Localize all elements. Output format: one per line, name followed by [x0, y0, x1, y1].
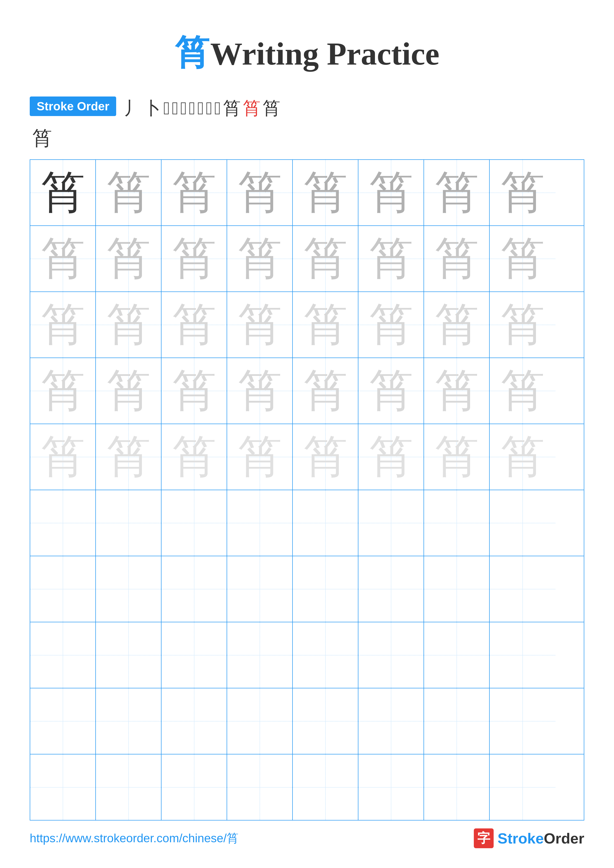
- practice-char: 筲: [303, 295, 348, 355]
- stroke-5: 𠄌: [180, 98, 187, 119]
- practice-char: 筲: [106, 295, 151, 355]
- practice-char: 筲: [238, 427, 282, 487]
- grid-cell-3-3: 筲: [162, 292, 227, 358]
- grid-cell-5-3: 筲: [162, 424, 227, 490]
- practice-char: 筲: [303, 427, 348, 487]
- grid-cell-1-3: 筲: [162, 160, 227, 225]
- grid-cell-8-3: [162, 622, 227, 688]
- grid-cell-7-1: [30, 556, 96, 622]
- title-section: 筲 Writing Practice: [30, 30, 584, 77]
- stroke-6: 𠄌: [189, 98, 195, 119]
- practice-char: 筲: [172, 361, 216, 421]
- practice-char: 筲: [40, 427, 85, 487]
- grid-cell-4-8: 筲: [490, 358, 555, 424]
- grid-cell-4-1: 筲: [30, 358, 96, 424]
- stroke-7: 𠄀: [197, 98, 204, 119]
- grid-cell-3-7: 筲: [424, 292, 490, 358]
- grid-cell-6-2: [96, 490, 162, 556]
- grid-cell-5-2: 筲: [96, 424, 162, 490]
- practice-char: 筲: [172, 229, 216, 289]
- practice-char: 筲: [40, 229, 85, 289]
- grid-cell-10-3: [162, 755, 227, 820]
- practice-char: 筲: [500, 163, 545, 223]
- grid-cell-1-2: 筲: [96, 160, 162, 225]
- stroke-10: 筲: [223, 96, 241, 120]
- grid-cell-4-5: 筲: [293, 358, 358, 424]
- practice-char: 筲: [106, 163, 151, 223]
- grid-cell-4-2: 筲: [96, 358, 162, 424]
- practice-grid: 筲 筲 筲 筲 筲 筲 筲 筲 筲 筲 筲 筲 筲 筲 筲 筲 筲 筲 筲 筲 …: [30, 160, 584, 820]
- grid-cell-3-4: 筲: [227, 292, 293, 358]
- practice-char: 筲: [303, 229, 348, 289]
- grid-cell-1-8: 筲: [490, 160, 555, 225]
- grid-cell-3-2: 筲: [96, 292, 162, 358]
- practice-char: 筲: [369, 295, 413, 355]
- grid-cell-7-6: [358, 556, 424, 622]
- grid-cell-8-4: [227, 622, 293, 688]
- footer-url: https://www.strokeorder.com/chinese/筲: [30, 831, 238, 846]
- grid-row-2: 筲 筲 筲 筲 筲 筲 筲 筲: [30, 226, 584, 292]
- grid-cell-7-7: [424, 556, 490, 622]
- grid-cell-7-3: [162, 556, 227, 622]
- practice-char: 筲: [238, 229, 282, 289]
- brand-icon: 字: [474, 828, 494, 848]
- footer: https://www.strokeorder.com/chinese/筲 字 …: [30, 828, 584, 848]
- practice-char: 筲: [303, 163, 348, 223]
- stroke-4: 𠃌: [172, 98, 178, 119]
- grid-cell-2-2: 筲: [96, 226, 162, 291]
- practice-char: 筲: [238, 361, 282, 421]
- practice-char: 筲: [106, 427, 151, 487]
- grid-cell-10-8: [490, 755, 555, 820]
- practice-char: 筲: [40, 361, 85, 421]
- grid-cell-2-1: 筲: [30, 226, 96, 291]
- stroke-sequence: 丿 卜 𠃋 𠃌 𠄌 𠄌 𠄀 𠄁 𠃑 筲 筲 筲: [124, 96, 280, 120]
- grid-cell-1-1: 筲: [30, 160, 96, 225]
- practice-char: 筲: [106, 229, 151, 289]
- title-english-text: Writing Practice: [210, 36, 439, 71]
- grid-cell-5-7: 筲: [424, 424, 490, 490]
- grid-cell-9-1: [30, 688, 96, 754]
- practice-char: 筲: [434, 427, 479, 487]
- grid-cell-1-7: 筲: [424, 160, 490, 225]
- grid-row-8: [30, 622, 584, 688]
- grid-cell-4-6: 筲: [358, 358, 424, 424]
- grid-cell-2-6: 筲: [358, 226, 424, 291]
- grid-row-4: 筲 筲 筲 筲 筲 筲 筲 筲: [30, 358, 584, 424]
- practice-char: 筲: [500, 427, 545, 487]
- page: 筲 Writing Practice Stroke Order 丿 卜 𠃋 𠃌 …: [0, 0, 614, 868]
- practice-char: 筲: [434, 163, 479, 223]
- practice-char: 筲: [40, 163, 85, 223]
- grid-row-5: 筲 筲 筲 筲 筲 筲 筲 筲: [30, 424, 584, 490]
- practice-char: 筲: [369, 229, 413, 289]
- brand-name: StrokeOrder: [497, 830, 584, 847]
- grid-cell-6-7: [424, 490, 490, 556]
- grid-cell-7-4: [227, 556, 293, 622]
- practice-char: 筲: [500, 361, 545, 421]
- practice-char: 筲: [500, 295, 545, 355]
- grid-cell-4-7: 筲: [424, 358, 490, 424]
- practice-char: 筲: [434, 361, 479, 421]
- grid-cell-5-8: 筲: [490, 424, 555, 490]
- grid-cell-2-3: 筲: [162, 226, 227, 291]
- grid-cell-8-7: [424, 622, 490, 688]
- grid-cell-5-5: 筲: [293, 424, 358, 490]
- grid-row-1: 筲 筲 筲 筲 筲 筲 筲 筲: [30, 160, 584, 226]
- practice-char: 筲: [106, 361, 151, 421]
- grid-cell-2-7: 筲: [424, 226, 490, 291]
- grid-cell-5-4: 筲: [227, 424, 293, 490]
- grid-cell-7-2: [96, 556, 162, 622]
- grid-cell-8-2: [96, 622, 162, 688]
- grid-cell-8-5: [293, 622, 358, 688]
- practice-char: 筲: [172, 295, 216, 355]
- grid-cell-10-6: [358, 755, 424, 820]
- grid-row-7: [30, 556, 584, 622]
- practice-char: 筲: [369, 361, 413, 421]
- practice-char: 筲: [172, 427, 216, 487]
- practice-char: 筲: [172, 163, 216, 223]
- grid-cell-8-8: [490, 622, 555, 688]
- practice-char: 筲: [238, 163, 282, 223]
- grid-cell-5-6: 筲: [358, 424, 424, 490]
- grid-row-3: 筲 筲 筲 筲 筲 筲 筲 筲: [30, 292, 584, 358]
- grid-cell-9-4: [227, 688, 293, 754]
- stroke-final-char: 筲: [32, 125, 584, 152]
